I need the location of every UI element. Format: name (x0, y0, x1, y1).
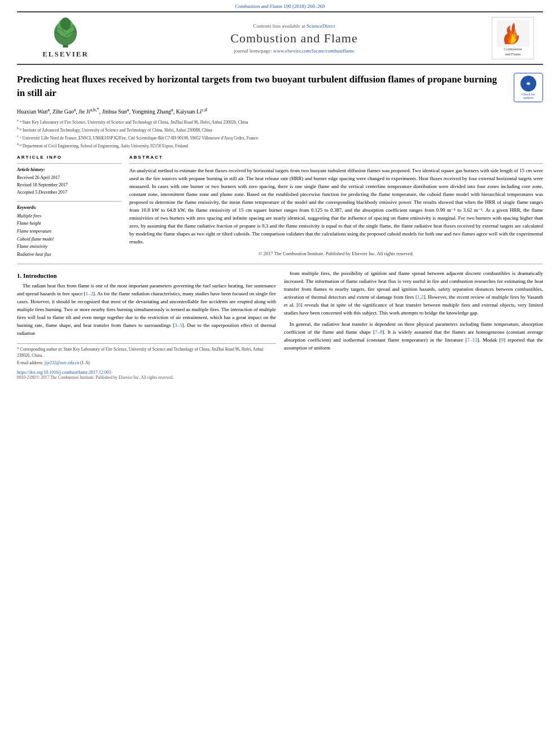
abstract-text: An analytical method to estimate the hea… (129, 167, 543, 246)
doi-line: https://doi.org/10.1016/j.combustflame.2… (17, 370, 276, 375)
affil-c: c ᶜ Université Lille Nord de France, ENS… (17, 134, 543, 141)
svg-point-10 (527, 82, 530, 85)
contents-available-line: Contents lists available at ScienceDirec… (105, 23, 483, 29)
section1-heading: 1. Introduction (17, 272, 276, 279)
corresponding-author-note: * Corresponding author at: State Key Lab… (17, 346, 276, 359)
check-updates-box: Check for updates (514, 73, 543, 102)
body-para2: from multiple fires, the possibility of … (284, 270, 543, 352)
journal-homepage: journal homepage: www.elsevier.com/locat… (105, 48, 483, 54)
elsevier-logo: ELSEVIER (26, 18, 105, 59)
citation-bar: Combustion and Flame 190 (2018) 260–269 (0, 0, 560, 11)
copyright-line: © 2017 The Combustion Institute. Publish… (129, 251, 543, 256)
keyword-3: Flame temperature (17, 228, 121, 235)
keyword-5: Flame emissivity (17, 243, 121, 251)
journal-header-center: Contents lists available at ScienceDirec… (105, 23, 483, 54)
article-info-heading: ARTICLE INFO (17, 155, 121, 160)
affil-a: a ᵃ State Key Laboratory of Fire Science… (17, 118, 543, 125)
received-date: Received 26 April 2017 (17, 174, 121, 182)
article-title: Predicting heat fluxes received by horiz… (17, 73, 514, 100)
email-note: E-mail address: jije232@ustc.edu.cn (J. … (17, 360, 276, 366)
footnote-section: * Corresponding author at: State Key Lab… (17, 343, 276, 380)
authors-line: Huaxian Wana, Zihe Gaoa, Jie Jia,b,*, Ji… (17, 107, 543, 116)
check-updates-icon (520, 76, 536, 91)
elsevier-logo-section: ELSEVIER (26, 18, 105, 59)
affiliations: a ᵃ State Key Laboratory of Fire Science… (17, 118, 543, 149)
elsevier-tree-icon (37, 18, 94, 49)
sciencedirect-link[interactable]: ScienceDirect (307, 23, 335, 29)
author-email[interactable]: jije232@ustc.edu.cn (45, 360, 79, 365)
article-info-abstract-row: ARTICLE INFO Article history: Received 2… (17, 155, 543, 258)
keywords-section: Keywords: Multiple fires Flame height Fl… (17, 201, 121, 259)
keyword-1: Multiple fires (17, 212, 121, 220)
abstract-col: ABSTRACT An analytical method to estimat… (129, 155, 543, 258)
affil-b: b ᵇ Institute of Advanced Technology, Un… (17, 126, 543, 133)
keyword-4: Cuboid flame model (17, 235, 121, 243)
abstract-section: An analytical method to estimate the hea… (129, 163, 543, 256)
citation-text: Combustion and Flame 190 (2018) 260–269 (235, 3, 325, 9)
journal-logo-right: Combustion and Flame (483, 17, 534, 59)
logo-text: Combustion and Flame (504, 47, 522, 56)
revised-date: Revised 18 September 2017 (17, 182, 121, 189)
body-section: 1. Introduction The radiant heat flux fr… (17, 270, 543, 379)
article-section: Predicting heat fluxes received by horiz… (17, 65, 543, 258)
body-left-col: 1. Introduction The radiant heat flux fr… (17, 270, 276, 379)
combustion-flame-logo-icon (496, 20, 530, 47)
history-label: Article history: (17, 167, 121, 172)
combustion-flame-logo-box: Combustion and Flame (492, 17, 534, 59)
article-info-col: ARTICLE INFO Article history: Received 2… (17, 155, 121, 258)
keywords-label: Keywords: (17, 205, 121, 210)
check-updates-label: Check for updates (517, 93, 540, 99)
article-title-row: Predicting heat fluxes received by horiz… (17, 73, 543, 102)
body-right-col: from multiple fires, the possibility of … (284, 270, 543, 379)
homepage-link[interactable]: www.elsevier.com/locate/combustflame (273, 48, 355, 54)
article-history: Article history: Received 26 April 2017 … (17, 163, 121, 196)
journal-header: ELSEVIER Contents lists available at Sci… (17, 11, 543, 65)
body-para1: The radiant heat flux from flame is one … (17, 282, 276, 338)
keyword-2: Flame height (17, 220, 121, 228)
section-divider (17, 264, 543, 264)
accepted-date: Accepted 5 December 2017 (17, 189, 121, 196)
affil-d: d ᵈ Department of Civil Engineering, Sch… (17, 142, 543, 149)
journal-title: Combustion and Flame (105, 31, 483, 46)
issn-line: 0010-2180/© 2017 The Combustion Institut… (17, 375, 276, 380)
elsevier-wordmark: ELSEVIER (42, 50, 89, 59)
abstract-heading: ABSTRACT (129, 155, 543, 160)
keyword-6: Radiative heat flux (17, 251, 121, 259)
